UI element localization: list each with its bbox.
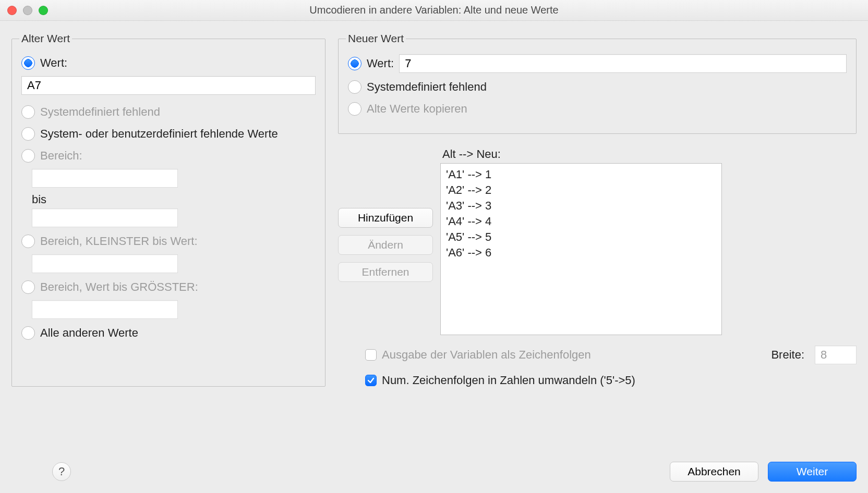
zoom-icon[interactable]: [39, 6, 48, 15]
traffic-lights: [7, 6, 48, 15]
help-button[interactable]: ?: [52, 462, 71, 481]
list-item[interactable]: 'A3' --> 3: [446, 198, 716, 214]
new-radio-copy[interactable]: [348, 102, 361, 116]
old-radio-sysmissing[interactable]: [21, 105, 35, 119]
old-value-group: Alter Wert Wert: Systemdefiniert fehlend…: [11, 32, 326, 387]
old-radio-range-label: Bereich:: [40, 149, 82, 163]
new-radio-value[interactable]: [348, 57, 361, 70]
old-radio-all-other[interactable]: [21, 326, 35, 340]
list-item[interactable]: 'A2' --> 2: [446, 182, 716, 198]
change-button[interactable]: Ändern: [338, 235, 433, 255]
old-range-lowest-input: [32, 254, 178, 273]
output-as-string-label: Ausgabe der Variablen als Zeichenfolgen: [382, 348, 591, 362]
output-as-string-checkbox[interactable]: [365, 349, 377, 361]
numeric-strings-label: Num. Zeichenfolgen in Zahlen umwandeln (…: [382, 374, 635, 387]
old-value-input[interactable]: [21, 76, 316, 95]
old-range-highest-input: [32, 300, 178, 319]
old-range-bis-label: bis: [32, 193, 316, 206]
old-radio-sysuser-missing-label: System- oder benutzerdefiniert fehlende …: [40, 127, 278, 141]
breite-input: [815, 346, 857, 364]
old-radio-sysmissing-label: Systemdefiniert fehlend: [40, 105, 160, 119]
old-radio-range-lowest-label: Bereich, KLEINSTER bis Wert:: [40, 235, 198, 248]
list-item[interactable]: 'A5' --> 5: [446, 229, 716, 245]
minimize-icon[interactable]: [23, 6, 32, 15]
old-radio-sysuser-missing[interactable]: [21, 127, 35, 141]
new-value-input[interactable]: [399, 54, 847, 73]
new-radio-value-label: Wert:: [367, 57, 394, 70]
list-item[interactable]: 'A6' --> 6: [446, 245, 716, 261]
list-item[interactable]: 'A1' --> 1: [446, 167, 716, 182]
old-radio-range-lowest[interactable]: [21, 235, 35, 248]
window-content: Alter Wert Wert: Systemdefiniert fehlend…: [0, 21, 868, 493]
close-icon[interactable]: [7, 6, 17, 15]
old-value-legend: Alter Wert: [19, 32, 72, 45]
old-radio-value-label: Wert:: [40, 56, 67, 70]
numeric-strings-checkbox[interactable]: [365, 375, 377, 386]
mapping-list[interactable]: 'A1' --> 1'A2' --> 2'A3' --> 3'A4' --> 4…: [440, 163, 722, 335]
old-range-to-input: [32, 208, 178, 227]
old-radio-all-other-label: Alle anderen Werte: [40, 326, 138, 340]
new-value-group: Neuer Wert Wert: Systemdefiniert fehlend…: [338, 32, 857, 134]
remove-button[interactable]: Entfernen: [338, 262, 433, 282]
cancel-button[interactable]: Abbrechen: [670, 462, 758, 482]
titlebar: Umcodieren in andere Variablen: Alte und…: [0, 0, 868, 21]
new-radio-sysmissing[interactable]: [348, 80, 361, 94]
breite-label: Breite:: [771, 348, 804, 362]
window-title: Umcodieren in andere Variablen: Alte und…: [0, 4, 868, 16]
old-radio-range-highest-label: Bereich, Wert bis GRÖSSTER:: [40, 280, 198, 294]
bottom-bar: ? Abbrechen Weiter: [11, 462, 857, 482]
mapping-label: Alt --> Neu:: [442, 147, 857, 161]
old-radio-value[interactable]: [21, 56, 35, 70]
old-range-from-input: [32, 169, 178, 188]
old-radio-range[interactable]: [21, 149, 35, 163]
list-item[interactable]: 'A4' --> 4: [446, 214, 716, 229]
new-radio-copy-label: Alte Werte kopieren: [367, 102, 467, 116]
new-radio-sysmissing-label: Systemdefiniert fehlend: [367, 80, 487, 94]
new-value-legend: Neuer Wert: [346, 32, 406, 45]
add-button[interactable]: Hinzufügen: [338, 208, 433, 228]
continue-button[interactable]: Weiter: [768, 462, 857, 482]
old-radio-range-highest[interactable]: [21, 280, 35, 294]
